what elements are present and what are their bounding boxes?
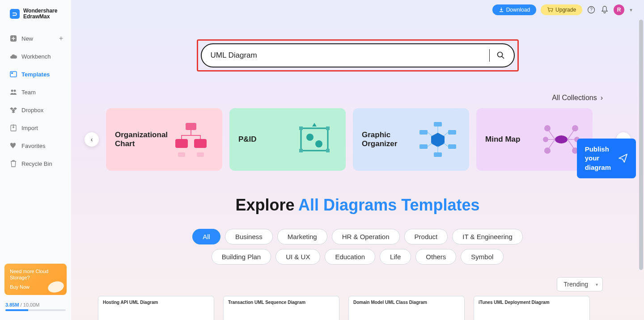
search-icon xyxy=(497,51,505,59)
publish-label: Publishyourdiagram xyxy=(585,145,611,172)
sidebar-item-label: Import xyxy=(21,125,38,131)
pid-icon xyxy=(292,117,337,162)
svg-rect-26 xyxy=(448,130,456,135)
brand-logo[interactable]: ⊃ Wondershare EdrawMax xyxy=(0,5,71,26)
sidebar-item-templates[interactable]: Templates xyxy=(4,65,68,83)
card-title: Mind Map xyxy=(485,135,520,144)
template-title: Hosting API UML Diagram xyxy=(103,300,209,305)
help-icon[interactable]: ? xyxy=(587,5,596,14)
chip-uiux[interactable]: UI & UX xyxy=(275,249,320,265)
add-icon[interactable]: + xyxy=(59,34,63,42)
chip-it[interactable]: IT & Engineering xyxy=(452,229,522,244)
brand-text: Wondershare EdrawMax xyxy=(23,8,57,20)
template-card[interactable]: Transaction UML Sequence Diagram xyxy=(223,296,339,320)
search-input[interactable] xyxy=(211,51,482,60)
category-card-pid[interactable]: P&ID xyxy=(229,108,346,171)
sort-selected: Trending xyxy=(564,281,588,288)
publish-button[interactable]: Publishyourdiagram xyxy=(577,139,636,178)
storage-promo[interactable]: Need more Cloud Storage? Buy Now xyxy=(4,264,67,295)
sidebar-item-new[interactable]: New + xyxy=(4,29,68,47)
chip-life[interactable]: Life xyxy=(380,249,411,265)
template-grid: Hosting API UML Diagram Transaction UML … xyxy=(71,296,644,320)
plus-box-icon xyxy=(10,35,17,42)
svg-rect-20 xyxy=(326,149,330,152)
scrollbar[interactable] xyxy=(639,0,643,320)
chevron-right-icon: › xyxy=(601,94,603,102)
chip-marketing[interactable]: Marketing xyxy=(277,229,327,244)
avatar[interactable]: R xyxy=(614,4,624,15)
svg-point-4 xyxy=(14,90,16,92)
sidebar-item-label: New xyxy=(21,35,33,42)
template-card[interactable]: iTunes UML Deployment Diagram xyxy=(474,296,590,320)
sidebar-nav: New + Workbench Templates Team Dropbox xyxy=(0,26,71,260)
svg-rect-1 xyxy=(10,72,17,77)
heart-icon xyxy=(10,142,17,149)
send-icon xyxy=(618,153,628,163)
promo-text: Need more Cloud xyxy=(10,268,61,274)
bell-icon[interactable] xyxy=(600,5,609,14)
template-card[interactable]: Domain Model UML Class Diagram xyxy=(348,296,465,320)
upgrade-button[interactable]: Upgrade xyxy=(541,4,582,15)
sidebar-item-label: Dropbox xyxy=(21,107,43,114)
svg-rect-18 xyxy=(326,126,330,130)
cloud-icon xyxy=(10,53,17,60)
chip-symbol[interactable]: Symbol xyxy=(461,249,504,265)
template-card[interactable]: Hosting API UML Diagram xyxy=(98,296,214,320)
category-card-organizational[interactable]: Organizational Chart xyxy=(106,108,222,171)
template-title: Domain Model UML Class Diagram xyxy=(353,300,460,305)
chip-business[interactable]: Business xyxy=(225,229,273,244)
sidebar-item-recycle[interactable]: Recycle Bin xyxy=(4,155,68,173)
svg-point-3 xyxy=(11,90,13,92)
sort-dropdown[interactable]: Trending ▾ xyxy=(557,277,603,291)
sidebar-item-label: Recycle Bin xyxy=(21,160,52,167)
chip-education[interactable]: Education xyxy=(325,249,375,265)
search-button[interactable] xyxy=(497,51,505,59)
promo-cta[interactable]: Buy Now xyxy=(10,284,30,290)
sidebar-item-team[interactable]: Team xyxy=(4,83,68,101)
chip-building[interactable]: Building Plan xyxy=(212,249,271,265)
svg-rect-14 xyxy=(178,152,185,157)
svg-point-21 xyxy=(306,134,314,141)
chip-hr[interactable]: HR & Operation xyxy=(332,229,400,244)
storage-bar xyxy=(5,309,66,311)
templates-icon xyxy=(10,71,17,78)
chip-others[interactable]: Others xyxy=(415,249,456,265)
sort-row: Trending ▾ xyxy=(71,271,644,296)
svg-point-10 xyxy=(497,52,502,57)
svg-rect-16 xyxy=(301,128,328,151)
storage-total: / 10.00M xyxy=(21,302,40,307)
storage-used: 3.85M xyxy=(5,302,19,307)
cart-icon xyxy=(547,7,553,13)
svg-rect-19 xyxy=(299,149,303,152)
import-icon xyxy=(10,124,17,131)
download-icon xyxy=(499,7,504,13)
template-title: Transaction UML Sequence Diagram xyxy=(228,300,335,305)
svg-rect-15 xyxy=(197,152,204,157)
svg-rect-13 xyxy=(194,139,207,148)
trash-icon xyxy=(10,160,17,167)
category-card-mind-map[interactable]: Mind Map xyxy=(476,108,593,171)
chip-all[interactable]: All xyxy=(192,229,220,244)
all-collections-link[interactable]: All Collections › xyxy=(71,94,644,108)
card-title: Graphic Organizer xyxy=(362,131,415,148)
page-heading: Explore All Diagrams Templates xyxy=(71,196,644,215)
category-card-graphic-organizer[interactable]: Graphic Organizer xyxy=(353,108,469,171)
chevron-down-icon: ▾ xyxy=(596,282,598,287)
download-button[interactable]: Download xyxy=(492,4,536,15)
sidebar-item-workbench[interactable]: Workbench xyxy=(4,47,68,65)
sidebar-item-label: Workbench xyxy=(21,53,51,60)
sidebar-item-favorites[interactable]: Favorites xyxy=(4,137,68,155)
team-icon xyxy=(10,88,17,96)
sidebar-item-dropbox[interactable]: Dropbox xyxy=(4,101,68,119)
chip-product[interactable]: Product xyxy=(404,229,448,244)
sidebar-item-import[interactable]: Import xyxy=(4,119,68,137)
carousel-prev-button[interactable]: ‹ xyxy=(85,132,99,147)
svg-point-22 xyxy=(315,140,322,147)
search-box xyxy=(201,43,515,67)
svg-rect-17 xyxy=(299,126,303,130)
template-title: iTunes UML Deployment Diagram xyxy=(479,300,585,305)
chevron-down-icon[interactable]: ▼ xyxy=(629,8,633,13)
svg-point-6 xyxy=(549,11,550,12)
svg-point-29 xyxy=(555,135,568,143)
svg-rect-11 xyxy=(186,123,196,130)
